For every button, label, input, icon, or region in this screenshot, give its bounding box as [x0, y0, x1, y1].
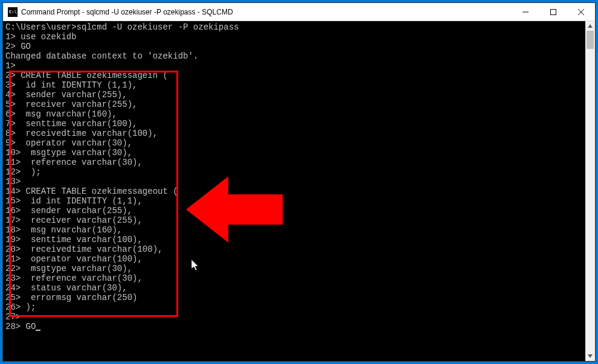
terminal-line: 24> status varchar(30), — [5, 283, 593, 293]
terminal-line: C:\Users\user>sqlcmd -U ozekiuser -P oze… — [5, 22, 593, 32]
terminal-line: 14> CREATE TABLE ozekimessageout ( — [5, 187, 593, 196]
terminal-line: 25> errormsg varchar(250) — [5, 293, 593, 302]
minimize-button[interactable] — [512, 3, 539, 21]
terminal-line: 9> operator varchar(30), — [5, 138, 593, 148]
svg-marker-7 — [588, 24, 593, 28]
cmd-icon: C:\ — [8, 7, 18, 17]
terminal-output[interactable]: C:\Users\user>sqlcmd -U ozekiuser -P oze… — [3, 21, 595, 361]
terminal-line: 6> msg nvarchar(160), — [5, 109, 593, 119]
svg-marker-8 — [588, 354, 593, 358]
scroll-up-button[interactable] — [585, 21, 595, 31]
terminal-line: 23> reference varchar(30), — [5, 273, 593, 283]
terminal-line: Changed database context to 'ozekidb'. — [5, 51, 593, 61]
terminal-line: 11> reference varchar(30), — [5, 158, 593, 167]
terminal-line: 5> receiver varchar(255), — [5, 100, 593, 109]
terminal-line: 12> ); — [5, 167, 593, 177]
terminal-line: 8> receivedtime varchar(100), — [5, 129, 593, 138]
terminal-line: 18> msg nvarchar(160), — [5, 225, 593, 235]
terminal-line: 7> senttime varchar(100), — [5, 119, 593, 129]
terminal-line: 3> id int IDENTITY (1,1), — [5, 80, 593, 90]
scroll-down-button[interactable] — [585, 351, 595, 361]
terminal-line: 19> senttime varchar(100), — [5, 235, 593, 244]
vertical-scrollbar[interactable] — [585, 21, 595, 361]
terminal-line: 27> — [5, 312, 593, 322]
console-window: C:\ Command Prompt - sqlcmd -U ozekiuser… — [2, 2, 596, 362]
window-title: Command Prompt - sqlcmd -U ozekiuser -P … — [21, 8, 512, 16]
terminal-line: 13> — [5, 177, 593, 187]
terminal-line: 16> sender varchar(255), — [5, 206, 593, 216]
terminal-line: 20> receivedtime varchar(100), — [5, 244, 593, 254]
maximize-button[interactable] — [539, 3, 567, 21]
text-cursor — [36, 330, 40, 331]
terminal-line: 1> — [5, 61, 593, 71]
close-button[interactable] — [567, 3, 595, 21]
scroll-track[interactable] — [585, 31, 595, 351]
terminal-line: 1> use ozekidb — [5, 32, 593, 42]
terminal-line: 4> sender varchar(255), — [5, 90, 593, 100]
terminal-line: 28> GO — [5, 322, 593, 331]
window-controls — [512, 3, 595, 21]
svg-rect-3 — [551, 9, 556, 14]
svg-text:C:\: C:\ — [9, 10, 17, 14]
titlebar[interactable]: C:\ Command Prompt - sqlcmd -U ozekiuser… — [3, 3, 595, 21]
terminal-line: 22> msgtype varchar(30), — [5, 264, 593, 273]
terminal-line: 17> receiver varchar(255), — [5, 216, 593, 225]
terminal-line: 26> ); — [5, 302, 593, 312]
terminal-line: 2> CREATE TABLE ozekimessagein ( — [5, 71, 593, 80]
terminal-line: 10> msgtype varchar(30), — [5, 148, 593, 158]
terminal-line: 21> operator varchar(100), — [5, 254, 593, 264]
scroll-thumb[interactable] — [587, 31, 594, 49]
terminal-line: 2> GO — [5, 42, 593, 51]
terminal-line: 15> id int IDENTITY (1,1), — [5, 196, 593, 206]
